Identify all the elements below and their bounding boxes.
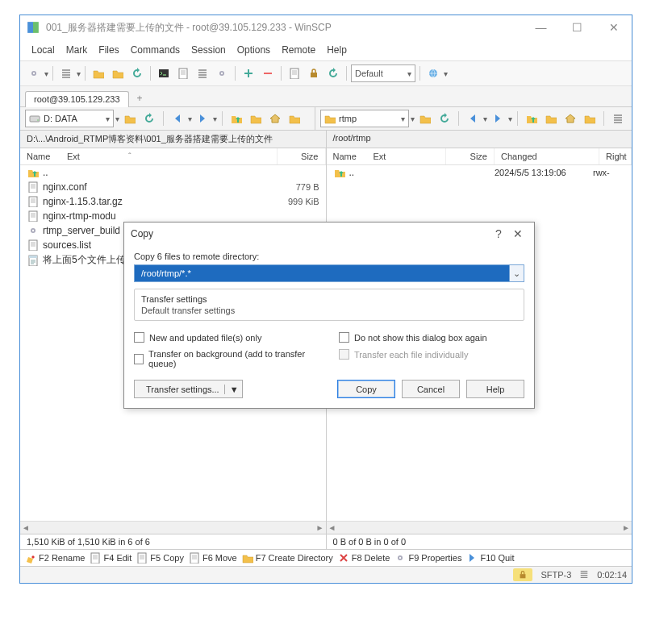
f10-quit[interactable]: F10 Quit — [466, 552, 514, 564]
menu-help[interactable]: Help — [322, 43, 352, 57]
elapsed-time: 0:02:14 — [597, 570, 627, 580]
menu-mark[interactable]: Mark — [61, 43, 93, 57]
session-add-button[interactable]: + — [131, 90, 149, 106]
root-dir-icon[interactable] — [542, 110, 560, 127]
nav-back-icon[interactable] — [169, 110, 186, 127]
home-icon[interactable] — [266, 110, 284, 127]
tool-new-session-icon[interactable] — [25, 64, 43, 82]
menu-remote[interactable]: Remote — [277, 43, 320, 57]
chevron-down-icon[interactable]: ▾ — [444, 69, 448, 78]
local-drive-select[interactable]: D: DATA ▾ — [25, 110, 114, 127]
find-icon[interactable] — [581, 110, 599, 127]
f6-move[interactable]: F6 Move — [189, 552, 237, 564]
local-list-header: Name Ext ˆ Size — [20, 148, 326, 165]
home-icon[interactable] — [561, 110, 579, 127]
copy-target-input[interactable] — [140, 268, 504, 279]
chevron-down-icon[interactable]: ▾ — [411, 114, 415, 123]
local-h-scrollbar[interactable]: ◄ ► — [20, 521, 326, 534]
tool-copy-icon[interactable] — [90, 64, 107, 82]
list-item[interactable]: nginx-1.15.3.tar.gz999 KiB — [20, 194, 326, 209]
tool-terminal-icon[interactable] — [155, 64, 173, 82]
session-tab[interactable]: root@39.105.129.233 — [25, 91, 129, 107]
menu-local[interactable]: Local — [27, 43, 60, 57]
f5-copy[interactable]: F5 Copy — [136, 552, 184, 564]
transfer-settings-button[interactable]: Transfer settings...▼ — [134, 380, 243, 398]
list-item[interactable]: .. — [20, 165, 326, 180]
remote-h-scrollbar[interactable]: ◄ ► — [327, 521, 632, 534]
f4-edit[interactable]: F4 Edit — [90, 552, 131, 564]
col-name[interactable]: Name — [333, 152, 374, 161]
tool-refresh-icon[interactable] — [128, 64, 146, 82]
tool-options-icon[interactable] — [424, 64, 442, 82]
chk-new-updated[interactable]: New and updated file(s) only — [134, 332, 319, 343]
file-icon — [27, 210, 40, 223]
parent-dir-icon[interactable] — [227, 110, 245, 127]
remote-dir-select[interactable]: rtmp ▾ — [320, 110, 409, 127]
remote-path[interactable]: /root/rtmp — [327, 131, 632, 148]
col-name[interactable]: Name — [27, 152, 67, 161]
dialog-help-button[interactable]: ? — [489, 227, 508, 240]
maximize-button[interactable]: ☐ — [559, 15, 595, 40]
col-size[interactable]: Size — [446, 148, 495, 164]
scroll-right-icon[interactable]: ► — [622, 523, 630, 532]
minimize-button[interactable]: — — [523, 15, 559, 40]
copy-dialog: Copy ? ✕ Copy 6 files to remote director… — [123, 222, 535, 409]
tool-addplus-icon[interactable] — [240, 64, 257, 82]
col-rights[interactable]: Right — [599, 148, 632, 164]
menu-commands[interactable]: Commands — [126, 43, 185, 57]
close-button[interactable]: ✕ — [595, 15, 632, 40]
list-item[interactable]: ..2024/5/5 13:19:06rwx- — [327, 165, 632, 180]
tool-queue-icon[interactable] — [194, 64, 211, 82]
copy-button[interactable]: Copy — [337, 380, 395, 398]
terminal-icon[interactable] — [609, 110, 627, 127]
tool-move-icon[interactable] — [109, 64, 127, 82]
f8-delete[interactable]: F8 Delete — [338, 552, 390, 564]
tool-minus-icon[interactable] — [259, 64, 277, 82]
open-folder-icon[interactable] — [416, 110, 434, 127]
col-ext[interactable]: Ext — [67, 152, 80, 161]
tool-script-icon[interactable] — [174, 64, 192, 82]
nav-fwd-icon[interactable] — [194, 110, 211, 127]
parent-dir-icon[interactable] — [523, 110, 541, 127]
f9-properties[interactable]: F9 Properties — [394, 552, 461, 564]
dialog-close-button[interactable]: ✕ — [508, 227, 528, 240]
menu-session[interactable]: Session — [186, 43, 231, 57]
f7-mkdir[interactable]: F7 Create Directory — [242, 552, 333, 564]
help-button[interactable]: Help — [466, 380, 524, 398]
col-changed[interactable]: Changed — [495, 148, 599, 164]
chevron-down-icon[interactable]: ▾ — [44, 69, 48, 78]
chevron-down-icon[interactable]: ▾ — [77, 69, 81, 78]
chevron-down-icon[interactable]: ▾ — [115, 114, 119, 123]
scroll-left-icon[interactable]: ◄ — [328, 523, 336, 532]
tool-compare-icon[interactable] — [324, 64, 342, 82]
f2-rename[interactable]: F2 Rename — [25, 552, 85, 564]
cancel-button[interactable]: Cancel — [402, 380, 460, 398]
nav-back-icon[interactable] — [464, 110, 482, 127]
copy-target-field[interactable]: ⌄ — [134, 264, 524, 282]
encryption-badge[interactable] — [513, 568, 532, 581]
scroll-right-icon[interactable]: ► — [316, 523, 324, 532]
tool-sync-icon[interactable] — [57, 64, 75, 82]
nav-fwd-icon[interactable] — [489, 110, 507, 127]
refresh-icon[interactable] — [436, 110, 453, 127]
tool-props-icon[interactable] — [286, 64, 303, 82]
open-folder-icon[interactable] — [121, 110, 139, 127]
file-icon — [27, 181, 40, 193]
menu-options[interactable]: Options — [232, 43, 275, 57]
local-path[interactable]: D:\...\Android_RTMP博客资料\001_服务器搭建需要上传的文件 — [20, 131, 327, 148]
menu-files[interactable]: Files — [94, 43, 123, 57]
col-ext[interactable]: Ext — [374, 152, 386, 161]
list-item[interactable]: nginx.conf779 B — [20, 180, 326, 194]
bookmark-icon[interactable] — [286, 110, 303, 127]
col-size[interactable]: Size — [278, 148, 326, 164]
chk-background[interactable]: Transfer on background (add to transfer … — [134, 349, 319, 368]
scroll-left-icon[interactable]: ◄ — [22, 523, 30, 532]
transfer-preset-dropdown[interactable]: Default ▾ — [351, 64, 415, 82]
refresh-icon[interactable] — [140, 110, 158, 127]
tool-perm-icon[interactable] — [305, 64, 323, 82]
chevron-down-icon[interactable]: ⌄ — [509, 265, 524, 281]
tool-find-icon[interactable] — [213, 64, 231, 82]
root-dir-icon[interactable] — [247, 110, 265, 127]
chk-do-not-show[interactable]: Do not show this dialog box again — [339, 332, 524, 343]
winscp-window: 001_服务器搭建需要上传的文件 - root@39.105.129.233 -… — [19, 15, 632, 584]
